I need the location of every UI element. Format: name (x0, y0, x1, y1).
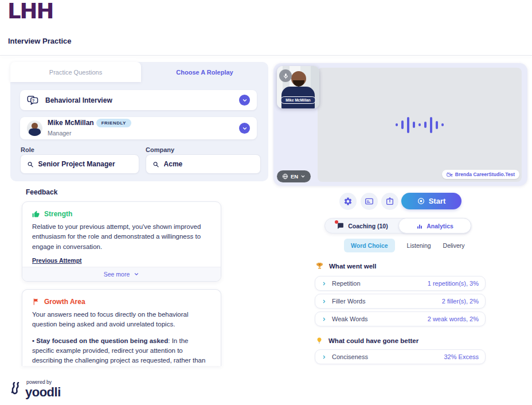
growth-paragraph: Your answers need to focus directly on t… (32, 310, 211, 330)
waveform-icon (396, 117, 444, 133)
scenario-title: Behavioral Interview (45, 96, 112, 104)
yoodli-mark-icon (9, 380, 23, 399)
tab-practice-questions[interactable]: Practice Questions (10, 62, 141, 82)
role-input[interactable] (38, 160, 132, 168)
start-label: Start (429, 197, 446, 205)
captions-icon (365, 197, 374, 206)
start-button[interactable]: Start (401, 193, 461, 209)
tab-coaching[interactable]: Coaching (10) (325, 219, 400, 233)
webcam-thumbnail: Mike McMillan (277, 66, 319, 108)
tab-choose-a-roleplay[interactable]: Choose A Roleplay (141, 62, 268, 82)
mode-tabs: Coaching (10) Analytics (324, 218, 471, 233)
coaching-tab-label: Coaching (10) (348, 223, 388, 229)
page-title: Interview Practice (8, 37, 72, 45)
chevron-right-icon (322, 299, 327, 304)
recorder-label: Brenda CareerStudio.Test (455, 172, 515, 177)
persona-badge: FRIENDLY (96, 119, 131, 127)
gone-better-title: What could have gone better (328, 337, 418, 344)
search-icon (152, 161, 159, 168)
recorder-label-pill: Brenda CareerStudio.Test (442, 170, 519, 179)
bar-chart-icon (416, 223, 423, 229)
yoodli-wordmark: yoodli (25, 386, 61, 399)
chevron-right-icon (322, 281, 327, 286)
persona-name: Mike McMillan (48, 119, 94, 127)
see-more-label: See more (104, 271, 130, 278)
scenario-expand-button[interactable] (239, 95, 250, 106)
strength-title: Strength (44, 210, 72, 218)
avatar (27, 120, 42, 136)
feedback-heading: Feedback (26, 188, 57, 196)
persona-subtitle: Manager (48, 130, 71, 137)
subtab-word-choice[interactable]: Word Choice (344, 239, 395, 252)
search-icon (27, 161, 34, 168)
gear-icon (343, 197, 353, 206)
share-icon (385, 197, 394, 206)
metric-row-repetition[interactable]: Repetition 1 repetition(s), 3% (315, 276, 486, 291)
persona-card: Mike McMillan FRIENDLY Manager (20, 117, 257, 139)
strength-card: Strength Relative to your previous attem… (22, 201, 221, 282)
language-selector[interactable]: EN (277, 170, 311, 182)
role-search-field (20, 154, 139, 174)
strength-body: Relative to your previous attempt, you'v… (22, 222, 221, 252)
record-icon (417, 197, 425, 205)
thumbs-up-icon (32, 211, 40, 218)
question-chat-icon: ? (27, 95, 40, 106)
gone-better-heading: What could have gone better (316, 337, 418, 344)
company-search-field (146, 154, 261, 174)
analytics-tab-label: Analytics (427, 223, 453, 229)
analytics-subtabs: Word Choice Listening Delivery (344, 239, 465, 252)
powered-by-label: powered by (26, 380, 61, 385)
trophy-icon (316, 262, 323, 270)
recording-preview-area: Brenda CareerStudio.Test (318, 68, 522, 182)
participant-name-pill: Mike McMillan (280, 96, 316, 104)
persona-expand-button[interactable] (239, 123, 250, 134)
lhh-logo: LHH (7, 0, 53, 24)
company-field-label: Company (146, 146, 174, 153)
previous-attempt-link[interactable]: Previous Attempt (32, 257, 82, 264)
captions-button[interactable] (361, 193, 378, 210)
chevron-down-icon (300, 174, 306, 179)
metric-row-weak-words[interactable]: Weak Words 2 weak words, 2% (315, 311, 486, 326)
company-input[interactable] (164, 160, 254, 168)
chevron-down-icon (242, 126, 248, 131)
growth-area-card: Growth Area Your answers need to focus d… (22, 289, 221, 366)
header-divider (0, 55, 532, 56)
roleplay-panel: Practice Questions Choose A Roleplay ? B… (10, 62, 268, 181)
language-code: EN (291, 173, 298, 180)
metric-row-conciseness[interactable]: Conciseness 32% Excess (315, 349, 486, 364)
svg-text:?: ? (32, 98, 35, 103)
powered-by-yoodli-logo: powered by yoodli (9, 380, 61, 399)
chevron-down-icon (134, 271, 139, 277)
growth-title: Growth Area (44, 298, 85, 306)
scenario-card: ? Behavioral Interview (20, 90, 257, 110)
went-well-heading: What went well (316, 262, 376, 270)
role-field-label: Role (21, 146, 34, 153)
mic-icon (279, 69, 292, 82)
lightbulb-icon (316, 337, 323, 344)
tab-analytics[interactable]: Analytics (398, 218, 471, 233)
chevron-right-icon (322, 317, 327, 322)
video-stage: Brenda CareerStudio.Test Mike McMillan E… (273, 63, 527, 186)
video-off-icon (447, 172, 453, 177)
interview-practice-app: LHH Interview Practice Practice Question… (0, 0, 532, 405)
chevron-right-icon (322, 355, 327, 360)
flag-icon (32, 298, 40, 306)
see-more-button[interactable]: See more (22, 267, 221, 281)
subtab-delivery[interactable]: Delivery (443, 242, 465, 249)
growth-bullet: • Stay focused on the question being ask… (32, 336, 211, 367)
went-well-title: What went well (329, 263, 376, 270)
chevron-down-icon (242, 98, 248, 103)
settings-button[interactable] (339, 193, 357, 210)
share-button[interactable] (381, 193, 398, 210)
globe-icon (282, 173, 288, 180)
metric-row-filler-words[interactable]: Filler Words 2 filler(s), 2% (315, 294, 486, 309)
subtab-listening[interactable]: Listening (407, 242, 431, 249)
